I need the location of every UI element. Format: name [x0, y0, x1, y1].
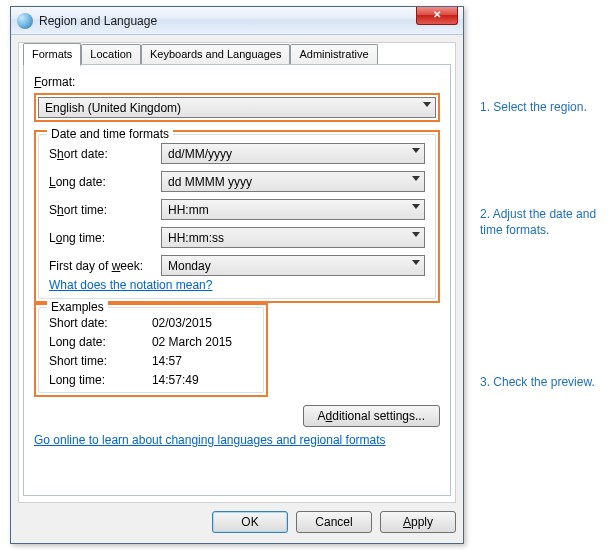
format-dropdown[interactable]: English (United Kingdom) — [38, 97, 436, 118]
short-time-value: HH:mm — [168, 203, 209, 217]
long-time-dropdown[interactable]: HH:mm:ss — [161, 227, 425, 248]
ok-button[interactable]: OK — [212, 511, 288, 533]
tab-formats[interactable]: Formats — [23, 43, 81, 66]
ex-short-time-label: Short time: — [49, 354, 152, 368]
apply-button[interactable]: Apply — [380, 511, 456, 533]
long-date-value: dd MMMM yyyy — [168, 175, 252, 189]
ex-long-time-label: Long time: — [49, 373, 152, 387]
button-bar: OK Cancel Apply — [18, 508, 456, 536]
cancel-button[interactable]: Cancel — [296, 511, 372, 533]
highlight-region: English (United Kingdom) — [34, 93, 440, 122]
date-time-group-title: Date and time formats — [47, 127, 173, 141]
first-day-label: First day of week: — [49, 259, 161, 273]
short-date-value: dd/MM/yyyy — [168, 147, 232, 161]
go-online-link[interactable]: Go online to learn about changing langua… — [34, 433, 386, 447]
window-title: Region and Language — [39, 14, 157, 28]
tab-strip: Formats Location Keyboards and Languages… — [23, 42, 378, 65]
chevron-down-icon — [412, 148, 420, 153]
titlebar[interactable]: Region and Language ✕ — [11, 7, 463, 35]
ex-long-date-label: Long date: — [49, 335, 152, 349]
long-date-label: Long date: — [49, 175, 161, 189]
date-time-group: Date and time formats Shhort date:ort da… — [38, 134, 436, 299]
chevron-down-icon — [412, 204, 420, 209]
short-time-label: Short time: — [49, 203, 161, 217]
annotation-1: 1. Select the region. — [480, 100, 610, 116]
chevron-down-icon — [412, 232, 420, 237]
examples-group: Examples Short date: 02/03/2015 Long dat… — [38, 307, 264, 393]
ex-short-time-value: 14:57 — [152, 354, 253, 368]
long-time-value: HH:mm:ss — [168, 231, 224, 245]
long-date-dropdown[interactable]: dd MMMM yyyy — [161, 171, 425, 192]
formats-pane: Format: English (United Kingdom) Date an… — [23, 64, 451, 496]
client-area: Formats Location Keyboards and Languages… — [18, 42, 456, 503]
ex-short-date-value: 02/03/2015 — [152, 316, 253, 330]
annotation-2: 2. Adjust the date and time formats. — [480, 207, 610, 238]
format-label: Format: — [34, 75, 440, 89]
highlight-date-time: Date and time formats Shhort date:ort da… — [34, 130, 440, 303]
highlight-examples: Examples Short date: 02/03/2015 Long dat… — [34, 303, 268, 397]
close-icon: ✕ — [433, 9, 441, 20]
ex-long-time-value: 14:57:49 — [152, 373, 253, 387]
region-language-dialog: Region and Language ✕ Formats Location K… — [10, 6, 464, 544]
annotation-3: 3. Check the preview. — [480, 375, 610, 391]
ex-long-date-value: 02 March 2015 — [152, 335, 253, 349]
close-button[interactable]: ✕ — [416, 7, 458, 25]
chevron-down-icon — [412, 260, 420, 265]
long-time-label: Long time: — [49, 231, 161, 245]
short-time-dropdown[interactable]: HH:mm — [161, 199, 425, 220]
examples-title: Examples — [47, 300, 108, 314]
additional-settings-button[interactable]: Additional settings... — [303, 405, 440, 427]
chevron-down-icon — [423, 102, 431, 107]
first-day-value: Monday — [168, 259, 211, 273]
notation-link[interactable]: What does the notation mean? — [49, 278, 212, 292]
globe-icon — [17, 13, 33, 29]
format-dropdown-value: English (United Kingdom) — [45, 101, 181, 115]
first-day-dropdown[interactable]: Monday — [161, 255, 425, 276]
short-date-label: Shhort date:ort date: — [49, 147, 161, 161]
chevron-down-icon — [412, 176, 420, 181]
ex-short-date-label: Short date: — [49, 316, 152, 330]
short-date-dropdown[interactable]: dd/MM/yyyy — [161, 143, 425, 164]
